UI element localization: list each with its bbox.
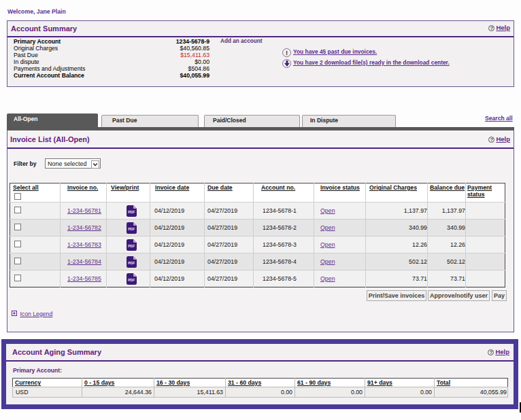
svg-text:PDF: PDF [128,277,135,281]
svg-text:PDF: PDF [128,226,135,230]
svg-text:PDF: PDF [128,209,135,213]
svg-text:PDF: PDF [128,260,135,264]
svg-text:PDF: PDF [128,243,135,247]
